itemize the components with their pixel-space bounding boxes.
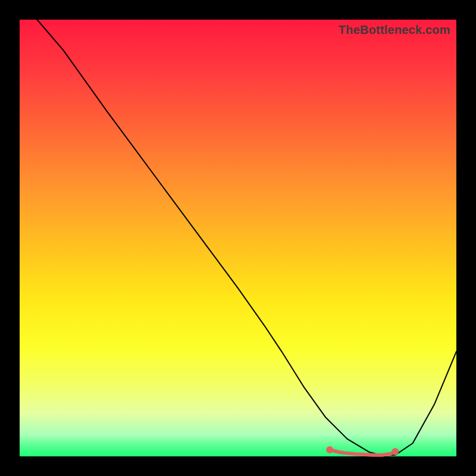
red-highlight bbox=[330, 450, 395, 455]
chart-svg bbox=[20, 20, 456, 456]
black-curve bbox=[37, 20, 456, 456]
highlight-dot bbox=[326, 446, 333, 453]
highlight-dot bbox=[392, 448, 399, 455]
chart-frame: TheBottleneck.com bbox=[0, 0, 476, 476]
plot-area: TheBottleneck.com bbox=[20, 20, 456, 456]
